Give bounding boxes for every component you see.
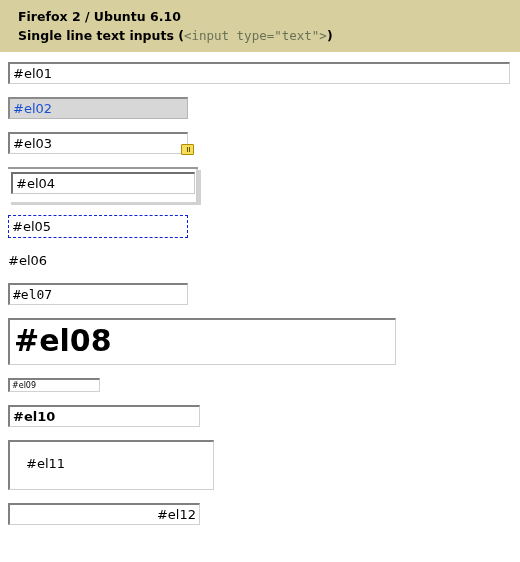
- input-el10-bold[interactable]: [8, 405, 200, 427]
- input-el12-right-aligned[interactable]: [8, 503, 200, 525]
- input-el04-frame: [8, 167, 198, 202]
- input-el04[interactable]: [11, 172, 195, 194]
- subtitle-prefix: Single line text inputs (: [18, 28, 184, 43]
- input-el09-tiny[interactable]: [8, 378, 100, 392]
- input-el02-disabled: [8, 97, 188, 119]
- input-el07-monospace[interactable]: [8, 283, 188, 305]
- subtitle-suffix: ): [327, 28, 333, 43]
- input-el03[interactable]: [8, 132, 188, 154]
- header-subtitle: Single line text inputs (<input type="te…: [18, 27, 502, 46]
- input-el05-dashed[interactable]: [8, 215, 188, 238]
- page-header: Firefox 2 / Ubuntu 6.10 Single line text…: [0, 0, 520, 52]
- demo-area: [0, 52, 520, 548]
- input-el08-large[interactable]: [8, 318, 396, 365]
- input-el11-padded[interactable]: [8, 440, 214, 490]
- header-title: Firefox 2 / Ubuntu 6.10: [18, 8, 502, 27]
- subtitle-code: <input type="text">: [184, 28, 327, 43]
- input-el03-wrap: [8, 132, 188, 154]
- input-el01[interactable]: [8, 62, 510, 84]
- input-el06-borderless[interactable]: [8, 251, 188, 270]
- password-key-icon: [181, 144, 194, 155]
